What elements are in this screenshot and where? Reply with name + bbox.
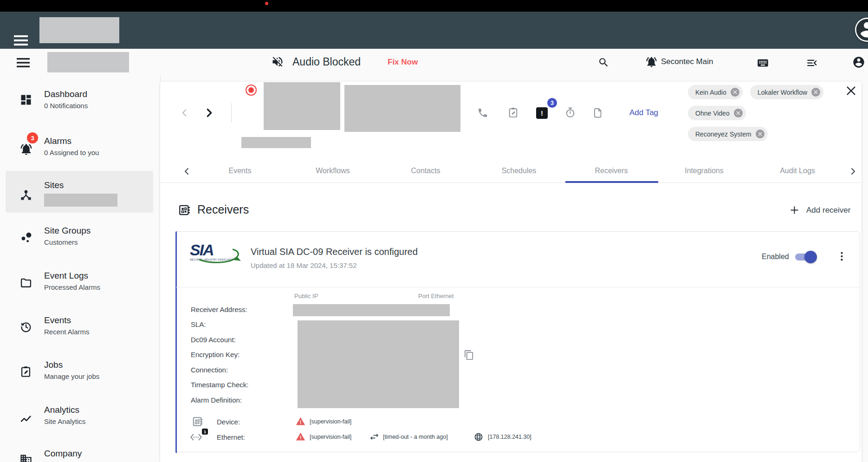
ethernet-label: Ethernet: (217, 433, 245, 441)
sites-sublabel-redacted (44, 194, 117, 207)
sia-logo: SIA SECURITY INDUSTRY ASSOCIATION (190, 242, 241, 270)
copy-icon[interactable] (464, 350, 474, 360)
close-icon[interactable] (845, 85, 857, 97)
sidebar-item-events[interactable]: Events Recent Alarms (0, 315, 160, 360)
add-receiver-button[interactable]: Add receiver (789, 205, 850, 215)
receiver-card: SIA SECURITY INDUSTRY ASSOCIATION Virtua… (175, 231, 860, 452)
history-icon (19, 320, 32, 333)
field-timestamp-check: Timestamp Check: (191, 381, 248, 389)
bubble-chart-icon (19, 230, 33, 244)
sidebar-item-dashboard[interactable]: Dashboard 0 Notifications (0, 89, 160, 134)
tabbar-divider (161, 182, 861, 183)
tag-chip: Lokaler Workflow (750, 85, 823, 99)
toggle-thumb (804, 251, 817, 263)
add-tag-link[interactable]: Add Tag (629, 108, 658, 117)
tab-workflows[interactable]: Workflows (316, 167, 350, 175)
workspace-name[interactable]: Secontec Main (661, 57, 713, 66)
swap-arrows-icon (369, 431, 380, 442)
alert-note-icon[interactable]: ! (536, 107, 548, 119)
remove-tag-icon[interactable] (811, 88, 820, 97)
sidebar-item-jobs[interactable]: Jobs Manage your jobs (0, 360, 160, 404)
edit-clipboard-icon[interactable] (507, 107, 519, 118)
remove-tag-icon[interactable] (734, 109, 743, 117)
site-name-redacted (264, 82, 340, 130)
device-chip-icon (192, 416, 204, 428)
field-encryption-key: Encryption Key: (191, 351, 240, 358)
recording-dot-icon (265, 2, 268, 5)
receivers-title: Receivers (197, 203, 249, 216)
receiver-updated: Updated at 18 Mar 2024, 15:37:52 (251, 261, 357, 269)
card-accent-bar (175, 231, 177, 453)
folder-icon (19, 276, 32, 289)
menu-hamburger-icon[interactable] (14, 35, 28, 46)
remove-tag-icon[interactable] (731, 88, 739, 97)
alert-count-badge: 3 (546, 97, 558, 109)
ethernet-icon (190, 431, 202, 443)
sidebar-item-sites[interactable]: Sites (0, 180, 160, 225)
prev-record-chevron-icon[interactable] (178, 107, 190, 119)
divider (231, 103, 232, 123)
ethernet-status-supervision: [supervision-fail] (310, 434, 351, 440)
dashboard-icon (19, 93, 32, 106)
more-options-icon[interactable] (836, 249, 848, 263)
warning-icon (296, 432, 305, 442)
ethernet-status-timedout: [timed-out - a month ago] (383, 434, 448, 440)
site-id-redacted (241, 137, 311, 148)
tab-schedules[interactable]: Schedules (502, 167, 537, 175)
next-record-chevron-icon[interactable] (202, 106, 216, 120)
tab-integrations[interactable]: Integrations (685, 167, 724, 175)
phone-icon[interactable] (477, 107, 488, 118)
tabs-scroll-left-icon[interactable] (181, 166, 192, 177)
values-redacted (298, 320, 459, 408)
volume-off-icon (271, 55, 284, 68)
enabled-toggle[interactable] (795, 254, 816, 260)
account-icon[interactable] (852, 56, 865, 69)
logo-redacted-small (47, 52, 129, 72)
tab-receivers[interactable]: Receivers (595, 167, 628, 175)
sidebar-item-event-logs[interactable]: Event Logs Processed Alarms (0, 271, 160, 315)
receiver-chip-icon (178, 203, 191, 217)
column-port-ethernet: Port Ethernet (418, 293, 454, 299)
trending-up-icon (19, 412, 32, 425)
timer-icon[interactable] (564, 107, 576, 118)
ethernet-status-ip: [178.128.241.30] (488, 434, 531, 440)
armed-status-dot (246, 85, 257, 96)
sidebar-item-alarms[interactable]: 3 Alarms 0 Assigned to you (0, 136, 160, 181)
user-avatar[interactable] (855, 18, 868, 42)
appbar-dark (0, 12, 868, 49)
tab-audit-logs[interactable]: Audit Logs (780, 167, 815, 175)
keyboard-icon[interactable] (757, 57, 769, 69)
active-tab-underline (565, 181, 658, 183)
card-divider (176, 287, 860, 287)
appbar-light: Audio Blocked Fix Now Secontec Main (0, 49, 868, 75)
enabled-label: Enabled (762, 253, 789, 261)
tabs-scroll-right-icon[interactable] (848, 166, 859, 177)
sidebar-hamburger-icon[interactable] (17, 58, 30, 68)
search-icon[interactable] (598, 57, 609, 68)
tag-chip: Kein Audio (688, 85, 743, 99)
warning-icon (296, 416, 305, 426)
field-dc09-account: Dc09 Account: (191, 336, 236, 344)
sidebar-item-company[interactable]: Company (0, 449, 160, 462)
tab-contacts[interactable]: Contacts (411, 167, 440, 175)
column-public-ip: Public IP (294, 293, 318, 299)
sites-hub-icon (19, 189, 32, 202)
browser-strip (0, 0, 868, 12)
notifications-bell-icon[interactable] (645, 56, 658, 68)
alarm-bell-icon (19, 143, 33, 156)
sidebar-item-site-groups[interactable]: Site Groups Customers (0, 226, 160, 270)
device-status: [supervision-fail] (310, 418, 351, 425)
field-connection: Connection: (191, 366, 228, 374)
tab-events[interactable]: Events (229, 167, 252, 175)
tag-chip: Reconeyez System (688, 127, 768, 141)
fix-now-link[interactable]: Fix Now (388, 58, 418, 67)
file-icon[interactable] (592, 107, 603, 118)
menu-open-icon[interactable] (806, 57, 818, 69)
alarm-count-badge: 3 (26, 131, 39, 144)
remove-tag-icon[interactable] (756, 130, 764, 138)
company-building-icon (19, 453, 32, 462)
device-label: Device: (217, 418, 240, 426)
field-alarm-definition: Alarm Definition: (191, 396, 242, 404)
sidebar-item-analytics[interactable]: Analytics Site Analytics (0, 405, 160, 449)
field-sla: SLA: (191, 320, 206, 328)
